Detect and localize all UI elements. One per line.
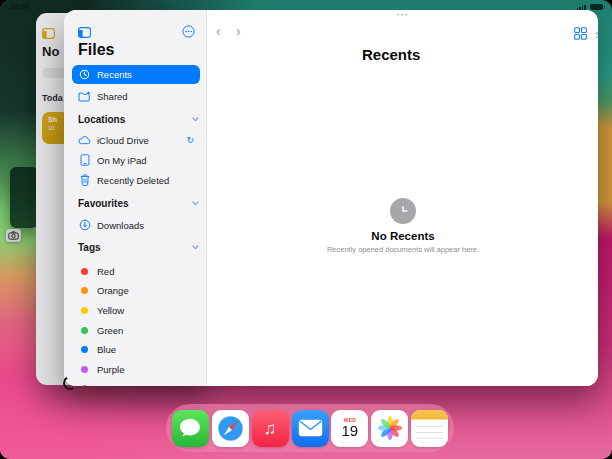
dock-app-safari[interactable] — [212, 410, 249, 447]
empty-state-caption: Recently opened documents will appear he… — [208, 245, 598, 254]
sidebar-item-tag-grey[interactable]: Grey — [72, 380, 200, 386]
sidebar-item-label: Grey — [97, 383, 118, 387]
dock: ♫ WED 19 — [166, 404, 454, 452]
empty-state: No Recents Recently opened documents wil… — [208, 198, 598, 254]
sidebar-item-label: Red — [97, 266, 114, 277]
window-drag-handle[interactable]: ··· — [397, 10, 409, 20]
sidebar-section-locations[interactable]: Locations — [78, 114, 199, 125]
chevron-down-icon — [192, 245, 199, 250]
page-title: Recents — [362, 46, 420, 63]
sidebar-item-downloads[interactable]: Downloads — [72, 217, 200, 233]
sidebar-item-label: iCloud Drive — [97, 135, 149, 146]
sidebar-title: Files — [78, 41, 114, 59]
sidebar-item-tag-blue[interactable]: Blue — [72, 341, 200, 357]
dock-app-notes[interactable] — [411, 410, 448, 447]
sidebar-item-tag-red[interactable]: Red — [72, 263, 200, 279]
camera-app-badge[interactable] — [6, 229, 21, 242]
sidebar-item-on-my-ipad[interactable]: On My iPad — [72, 152, 200, 168]
icloud-sync-icon[interactable]: ↻ — [186, 136, 194, 145]
sidebar-item-label: Recently Deleted — [97, 175, 169, 186]
trash-icon — [78, 174, 91, 186]
sidebar-item-label: Shared — [97, 91, 128, 102]
dock-app-music[interactable]: ♫ — [252, 410, 289, 447]
safari-icon — [215, 413, 246, 444]
tag-dot-orange — [81, 287, 88, 294]
sidebar-section-tags[interactable]: Tags — [78, 242, 199, 253]
messages-icon — [178, 417, 202, 439]
sidebar-item-label: Purple — [97, 364, 124, 375]
dock-app-mail[interactable] — [292, 410, 329, 447]
view-options-grid-icon[interactable] — [574, 26, 587, 44]
sidebar-more-button[interactable] — [182, 24, 195, 42]
files-content-pane: ··· ‹ › Select — [208, 10, 598, 386]
empty-state-title: No Recents — [208, 230, 598, 242]
section-label: Tags — [78, 242, 101, 253]
sidebar-toggle-icon[interactable] — [78, 24, 91, 42]
shared-folder-icon — [78, 91, 91, 102]
battery-icon — [590, 4, 603, 10]
select-button[interactable]: Select — [595, 29, 598, 40]
sidebar-item-icloud-drive[interactable]: iCloud Drive ↻ — [72, 132, 200, 148]
camera-icon — [8, 231, 19, 240]
music-note-icon: ♫ — [264, 420, 277, 437]
stage-manager-app-thumbnail[interactable] — [10, 167, 38, 228]
chevron-down-icon — [192, 201, 199, 206]
dock-app-messages[interactable] — [172, 410, 209, 447]
forward-button[interactable]: › — [236, 24, 241, 38]
section-label: Favourites — [78, 198, 129, 209]
sidebar-item-recents[interactable]: Recents — [72, 65, 200, 84]
files-sidebar: Files Recents Shared Locations — [64, 10, 207, 386]
sidebar-item-tag-orange[interactable]: Orange — [72, 282, 200, 298]
sidebar-item-recently-deleted[interactable]: Recently Deleted — [72, 172, 200, 188]
photos-flower-icon — [375, 413, 405, 443]
back-button[interactable]: ‹ — [216, 24, 221, 38]
sidebar-item-label: Orange — [97, 285, 129, 296]
tag-dot-blue — [81, 346, 88, 353]
tag-dot-green — [81, 327, 88, 334]
sidebar-item-label: Green — [97, 325, 123, 336]
files-window: Files Recents Shared Locations — [64, 10, 598, 386]
sidebar-item-tag-purple[interactable]: Purple — [72, 361, 200, 377]
downloads-icon — [78, 219, 91, 231]
tag-dot-grey — [81, 385, 88, 387]
chevron-down-icon — [192, 117, 199, 122]
sidebar-item-label: On My iPad — [97, 155, 147, 166]
clock-icon — [78, 69, 91, 80]
status-time: 10:00 — [10, 3, 29, 10]
notes-icon-yellow-band — [411, 410, 448, 420]
sidebar-item-label: Blue — [97, 344, 116, 355]
sidebar-item-shared[interactable]: Shared — [72, 88, 200, 104]
dock-app-photos[interactable] — [371, 410, 408, 447]
sidebar-item-label: Recents — [97, 69, 132, 80]
icloud-drive-icon — [78, 136, 91, 145]
no-recents-clock-icon — [390, 198, 416, 224]
calendar-day: 19 — [342, 423, 359, 439]
ipad-icon — [78, 154, 91, 166]
dock-app-calendar[interactable]: WED 19 — [331, 410, 368, 447]
mail-icon — [298, 419, 323, 437]
tag-dot-purple — [81, 366, 88, 373]
sidebar-section-favourites[interactable]: Favourites — [78, 198, 199, 209]
sidebar-item-label: Yellow — [97, 305, 124, 316]
sidebar-item-tag-green[interactable]: Green — [72, 322, 200, 338]
sidebar-item-tag-yellow[interactable]: Yellow — [72, 302, 200, 318]
section-label: Locations — [78, 114, 125, 125]
tag-dot-red — [81, 268, 88, 275]
ipad-screen: 10:00 No Toda Sh 10 — [0, 0, 612, 459]
sidebar-item-label: Downloads — [97, 220, 144, 231]
tag-dot-yellow — [81, 307, 88, 314]
